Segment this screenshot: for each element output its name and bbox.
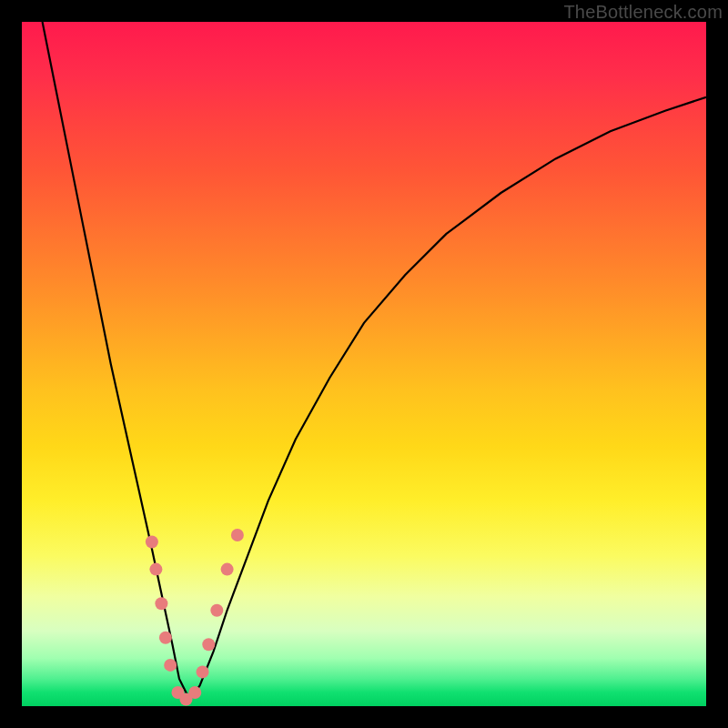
marker-dot	[210, 604, 223, 617]
marker-dot	[202, 638, 215, 651]
curve-layer	[22, 22, 706, 706]
chart-frame: TheBottleneck.com	[0, 0, 728, 728]
marker-dot	[164, 659, 177, 672]
marker-dot	[159, 632, 172, 644]
bottleneck-curve	[43, 22, 706, 699]
watermark-text: TheBottleneck.com	[563, 2, 723, 23]
plot-area	[22, 22, 706, 706]
marker-dot	[221, 563, 234, 576]
marker-dot	[231, 529, 244, 541]
marker-dot	[197, 665, 209, 678]
curve-markers	[146, 529, 244, 705]
marker-dot	[146, 536, 158, 549]
marker-dot	[155, 597, 167, 610]
marker-dot	[188, 686, 201, 699]
marker-dot	[149, 563, 162, 576]
